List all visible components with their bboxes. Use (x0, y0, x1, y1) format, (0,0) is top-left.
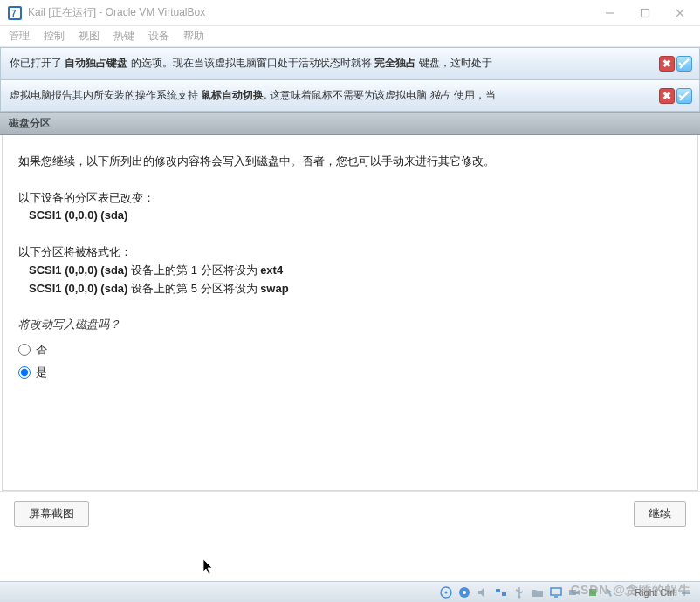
window-title: Kail [正在运行] - Oracle VM VirtualBox (28, 5, 205, 20)
notice-text: 虚拟电脑报告其内所安装的操作系统支持 鼠标自动切换. 这意味着鼠标不需要为该虚拟… (10, 89, 496, 101)
host-key-label: Right Ctrl (635, 587, 675, 598)
maximize-button[interactable] (637, 5, 653, 21)
svg-rect-18 (569, 590, 576, 595)
partition-tables-heading: 以下设备的分区表已改变： (18, 189, 682, 208)
radio-option-yes[interactable]: 是 (18, 364, 682, 382)
host-key-separator: ⌄ (622, 586, 630, 598)
audio-icon[interactable] (476, 585, 490, 599)
shared-folders-icon[interactable] (531, 585, 545, 599)
usb-icon[interactable] (512, 585, 526, 599)
partition-tables-line: SCSI1 (0,0,0) (sda) (29, 207, 682, 225)
notice-suppress-icon[interactable] (676, 88, 692, 104)
radio-no-label: 否 (36, 341, 47, 359)
svg-text:7: 7 (11, 9, 17, 18)
installer-buttons: 屏幕截图 继续 (0, 491, 700, 536)
radio-yes-label: 是 (36, 364, 47, 382)
svg-rect-13 (496, 589, 500, 592)
window-controls (602, 5, 693, 21)
radio-yes-input[interactable] (18, 366, 31, 379)
network-icon[interactable] (494, 585, 508, 599)
menu-control[interactable]: 控制 (44, 29, 65, 44)
confirm-question: 将改动写入磁盘吗？ (18, 316, 682, 334)
optical-icon[interactable] (457, 585, 471, 599)
cursor-icon (202, 558, 215, 578)
screenshot-button[interactable]: 屏幕截图 (14, 501, 89, 527)
menu-view[interactable]: 视图 (79, 29, 100, 44)
svg-rect-19 (589, 589, 596, 596)
menu-help[interactable]: 帮助 (183, 29, 204, 44)
continue-button[interactable]: 继续 (634, 501, 686, 527)
notice-close-icon[interactable]: ✖ (659, 56, 675, 72)
installer-panel-header: 磁盘分区 (0, 112, 700, 135)
svg-rect-4 (642, 9, 649, 17)
indicator-icon (679, 585, 693, 599)
display-icon[interactable] (549, 585, 563, 599)
svg-point-10 (445, 591, 448, 593)
svg-rect-16 (551, 588, 561, 595)
formatted-heading: 以下分区将被格式化： (18, 243, 682, 262)
radio-no-input[interactable] (18, 344, 31, 356)
svg-rect-20 (682, 592, 690, 594)
svg-line-8 (680, 92, 689, 100)
formatted-line-1: SCSI1 (0,0,0) (sda) 设备上的第 1 分区将设为 ext4 (29, 262, 682, 280)
close-button[interactable] (672, 5, 688, 21)
menu-devices[interactable]: 设备 (148, 29, 169, 44)
svg-point-15 (518, 595, 521, 598)
keyboard-capture-notice: 你已打开了 自动独占键盘 的选项。现在当该虚拟电脑窗口处于活动状态时就将 完全独… (0, 47, 700, 79)
menu-manage[interactable]: 管理 (9, 29, 30, 44)
radio-group: 否 是 (18, 341, 682, 382)
notice-suppress-icon[interactable] (676, 56, 692, 72)
menu-hotkey[interactable]: 热键 (113, 29, 134, 44)
svg-line-7 (680, 59, 689, 68)
harddisk-icon[interactable] (439, 585, 453, 599)
power-icon[interactable] (586, 585, 600, 599)
recording-icon[interactable] (567, 585, 581, 599)
svg-rect-14 (502, 592, 506, 596)
mouse-integration-notice: 虚拟电脑报告其内所安装的操作系统支持 鼠标自动切换. 这意味着鼠标不需要为该虚拟… (0, 79, 700, 112)
formatted-line-2: SCSI1 (0,0,0) (sda) 设备上的第 5 分区将设为 swap (29, 280, 682, 298)
intro-text: 如果您继续，以下所列出的修改内容将会写入到磁盘中。否者，您也可以手动来进行其它修… (18, 153, 682, 171)
notice-close-icon[interactable]: ✖ (659, 88, 675, 104)
window-titlebar: 7 Kail [正在运行] - Oracle VM VirtualBox (0, 0, 700, 26)
minimize-button[interactable] (602, 5, 618, 21)
radio-option-no[interactable]: 否 (18, 341, 682, 359)
svg-point-12 (463, 591, 466, 594)
menubar: 管理 控制 视图 热键 设备 帮助 (0, 26, 700, 47)
installer-content: 如果您继续，以下所列出的修改内容将会写入到磁盘中。否者，您也可以手动来进行其它修… (2, 135, 698, 491)
mouse-integration-icon[interactable] (604, 585, 618, 599)
virtualbox-icon: 7 (7, 5, 23, 21)
statusbar: ⌄ Right Ctrl (0, 581, 700, 602)
notice-text: 你已打开了 自动独占键盘 的选项。现在当该虚拟电脑窗口处于活动状态时就将 完全独… (10, 57, 492, 69)
